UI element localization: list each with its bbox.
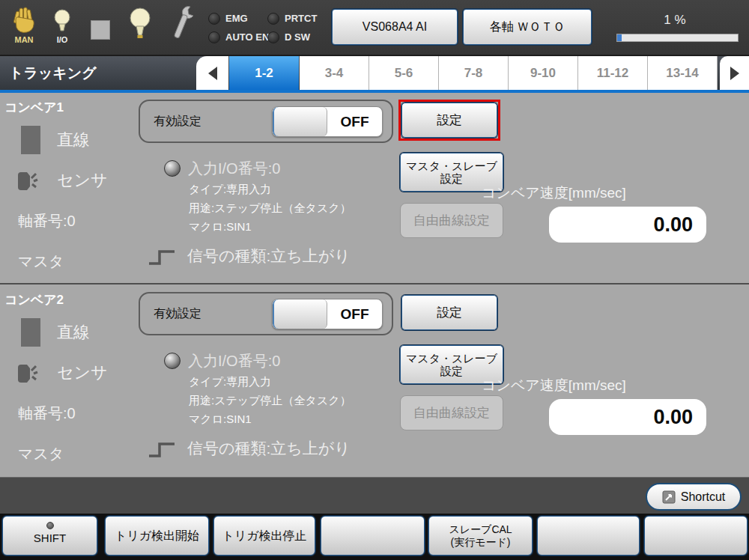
toggle-knob xyxy=(273,299,327,329)
io-usage-line: 用途:ステップ停止（全タスク） xyxy=(189,201,351,216)
io-type-line: タイプ:専用入力 xyxy=(189,183,271,197)
trigger-detect-start-button[interactable]: トリガ検出開始 xyxy=(105,516,209,556)
io-macro-line: マクロ:SIN1 xyxy=(189,413,252,427)
sensor-label: センサ xyxy=(57,362,108,384)
auto-en-led xyxy=(208,31,220,43)
tab-13-14[interactable]: 13-14 xyxy=(648,56,718,90)
wrench-icon xyxy=(169,5,196,43)
rising-edge-icon xyxy=(148,441,176,459)
io-lamp-label: I/O xyxy=(49,35,75,44)
left-arrow-icon xyxy=(208,67,217,80)
emg-led xyxy=(208,13,220,25)
emg-label: EMG xyxy=(225,13,248,24)
trigger-start-label: トリガ検出開始 xyxy=(106,517,208,555)
section-divider xyxy=(0,283,749,284)
free-curve-settings-button[interactable]: 自由曲線設定 xyxy=(400,395,503,430)
settings-button[interactable]: 設定 xyxy=(401,103,497,138)
d-sw-led xyxy=(267,31,279,43)
settings-button-wrap: 設定 xyxy=(398,292,500,333)
master-slave-line1: マスタ・スレーブ xyxy=(401,352,503,365)
tab-11-12[interactable]: 11-12 xyxy=(578,56,648,90)
speed-percent-label: 1 % xyxy=(614,13,736,28)
shift-led xyxy=(46,522,54,529)
axis-number-label: 軸番号:0 xyxy=(18,404,76,424)
tab-3-4[interactable]: 3-4 xyxy=(300,56,369,90)
sensor-icon xyxy=(16,362,46,386)
speed-progress-bar xyxy=(616,34,739,42)
input-io-number: 入力I/O番号:0 xyxy=(188,351,280,371)
function-button-empty-3[interactable] xyxy=(644,516,748,556)
manual-mode-hand-icon xyxy=(12,7,36,35)
sensor-label: センサ xyxy=(57,169,108,192)
shortcut-icon xyxy=(662,490,676,504)
sensor-icon xyxy=(16,169,46,193)
shortcut-bar: Shortcut xyxy=(0,477,749,514)
function-key-bar: SHIFT トリガ検出開始 トリガ検出停止 スレーブCAL (実行モード) xyxy=(0,514,749,560)
shift-button[interactable]: SHIFT xyxy=(2,516,97,556)
tab-bar: トラッキング 1-2 3-4 5-6 7-8 9-10 11-12 13-14 xyxy=(0,56,749,90)
prtct-led xyxy=(267,13,279,25)
enable-toggle[interactable]: OFF xyxy=(272,299,383,329)
signal-type-line: 信号の種類:立ち上がり xyxy=(187,246,351,267)
input-io-led xyxy=(164,353,181,369)
toggle-state-label: OFF xyxy=(327,299,382,329)
right-arrow-icon xyxy=(730,67,739,80)
toggle-state-label: OFF xyxy=(327,107,382,136)
function-button-empty-1[interactable] xyxy=(321,516,425,556)
enable-setting-group: 有効設定 OFF xyxy=(139,292,393,335)
io-usage-line: 用途:ステップ停止（全タスク） xyxy=(189,394,351,408)
master-label: マスタ xyxy=(18,252,64,272)
page-title: トラッキング xyxy=(9,56,97,90)
enable-setting-group: 有効設定 OFF xyxy=(139,100,393,143)
axis-number-label: 軸番号:0 xyxy=(18,211,76,231)
master-slave-line1: マスタ・スレーブ xyxy=(401,159,503,172)
top-status-bar: MAN I/O EMG AUTO EN PRTCT D SW VS068A4 A… xyxy=(0,0,749,56)
conveyor-name: コンベア2 xyxy=(4,291,64,308)
conveyor-name: コンベア1 xyxy=(4,99,64,116)
tracking-content: コンベア1 直線 センサ 軸番号:0 マスタ 有効設定 OFF 入力I/O番号:… xyxy=(0,93,749,477)
conveyor-speed-value: 0.00 xyxy=(549,207,706,243)
settings-button[interactable]: 設定 xyxy=(401,295,497,330)
io-lamp-icon xyxy=(53,8,71,35)
master-label: マスタ xyxy=(18,444,64,464)
rising-edge-icon xyxy=(148,249,176,267)
tab-scroll-left-button[interactable] xyxy=(196,56,228,90)
function-button-empty-2[interactable] xyxy=(537,516,640,556)
blank-indicator-square xyxy=(91,20,110,40)
conveyor-1-section: コンベア1 直線 センサ 軸番号:0 マスタ 有効設定 OFF 入力I/O番号:… xyxy=(0,93,749,282)
tab-scroll-right-button[interactable] xyxy=(720,56,749,90)
slave-cal-button[interactable]: スレーブCAL (実行モード) xyxy=(428,516,533,556)
speed-progress-fill xyxy=(617,34,622,41)
motion-mode-button[interactable]: 各軸 ＷＯＴＯ xyxy=(463,9,592,45)
tab-1-2[interactable]: 1-2 xyxy=(229,56,299,90)
d-sw-label: D SW xyxy=(285,31,310,43)
io-macro-line: マクロ:SIN1 xyxy=(189,220,252,234)
input-io-number: 入力I/O番号:0 xyxy=(188,159,280,179)
trigger-stop-label: トリガ検出停止 xyxy=(214,517,315,555)
enable-setting-label: 有効設定 xyxy=(154,114,201,130)
enable-toggle[interactable]: OFF xyxy=(272,106,383,137)
free-curve-settings-button[interactable]: 自由曲線設定 xyxy=(400,203,503,238)
prtct-label: PRTCT xyxy=(285,13,317,24)
tab-7-8[interactable]: 7-8 xyxy=(439,56,509,90)
straight-line-icon xyxy=(21,318,40,347)
trigger-detect-stop-button[interactable]: トリガ検出停止 xyxy=(213,516,315,556)
enable-setting-label: 有効設定 xyxy=(154,306,201,322)
straight-line-icon xyxy=(21,126,40,154)
conveyor-speed-label: コンベア速度[mm/sec] xyxy=(482,376,626,395)
line-type-label: 直線 xyxy=(57,321,90,344)
shift-button-label: SHIFT xyxy=(3,532,97,544)
conveyor-speed-label: コンベア速度[mm/sec] xyxy=(482,183,626,203)
io-type-line: タイプ:専用入力 xyxy=(189,375,271,389)
settings-button-highlight: 設定 xyxy=(398,100,500,141)
shortcut-button[interactable]: Shortcut xyxy=(646,483,742,511)
manual-mode-label: MAN xyxy=(9,35,39,44)
tab-9-10[interactable]: 9-10 xyxy=(509,56,578,90)
conveyor-2-section: コンベア2 直線 センサ 軸番号:0 マスタ 有効設定 OFF 入力I/O番号:… xyxy=(0,285,749,475)
toggle-knob xyxy=(273,107,327,136)
robot-type-button[interactable]: VS068A4 AI xyxy=(332,9,458,45)
slave-cal-line1: スレーブCAL xyxy=(429,523,532,536)
teach-pendant-screen: MAN I/O EMG AUTO EN PRTCT D SW VS068A4 A… xyxy=(0,0,749,560)
auto-en-label: AUTO EN xyxy=(225,31,269,43)
tab-5-6[interactable]: 5-6 xyxy=(369,56,439,90)
